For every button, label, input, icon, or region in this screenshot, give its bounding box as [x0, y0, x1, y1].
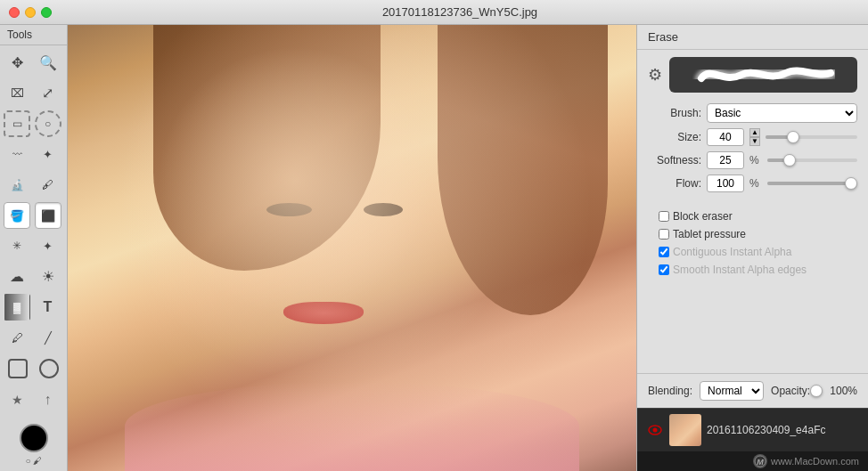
right-panel: Erase ⚙ Brush: [636, 25, 868, 471]
tool-wand[interactable]: ✦ [35, 141, 61, 167]
tablet-pressure-row: Tablet pressure [648, 228, 857, 240]
softness-unit: % [749, 154, 762, 166]
tools-bottom: ○ 🖌 [0, 418, 67, 471]
smooth-item: Smooth Instant Alpha edges [659, 264, 807, 276]
erase-panel-title: Erase [637, 25, 868, 50]
tool-select-rect[interactable]: ▭ [4, 110, 30, 137]
tool-gradient[interactable]: ▓ [4, 294, 30, 321]
watermark-bar: M www.MacDown.com [637, 451, 868, 471]
erase-controls: Brush: Basic Soft Hard Airbrush Size: ▲ … [637, 100, 868, 280]
tool-eyedropper[interactable]: 🔬 [4, 172, 30, 199]
tablet-pressure-checkbox[interactable] [659, 229, 669, 240]
svg-point-1 [653, 428, 658, 433]
layer-name: 20161106230409_e4aFc [707, 424, 859, 436]
tool-arrow[interactable]: ↑ [35, 386, 61, 413]
opacity-value: 100% [830, 385, 857, 397]
layer-row: 20161106230409_e4aFc [637, 408, 868, 451]
tool-pen[interactable]: 🖊 [4, 325, 30, 352]
layer-thumbnail [669, 414, 701, 446]
size-label: Size: [648, 131, 701, 143]
tablet-pressure-item: Tablet pressure [659, 228, 746, 240]
blending-row: Blending: Normal Multiply Screen Overlay… [637, 373, 868, 408]
opacity-label: Opacity: [771, 385, 810, 397]
color-swatch[interactable] [20, 424, 48, 452]
size-slider[interactable] [766, 135, 857, 139]
tool-select-round[interactable]: ○ [35, 110, 61, 137]
tool-transform[interactable]: ⤢ [35, 79, 61, 106]
tablet-pressure-label: Tablet pressure [673, 228, 746, 240]
blending-label: Blending: [648, 385, 692, 397]
block-eraser-checkbox[interactable] [659, 211, 669, 222]
opacity-slider-thumb[interactable] [810, 385, 823, 397]
tool-line[interactable]: ╱ [35, 325, 61, 352]
layer-visibility-icon[interactable] [646, 421, 664, 439]
tool-circle[interactable] [39, 359, 59, 378]
color-sub: ○ 🖌 [25, 456, 41, 466]
gear-icon[interactable]: ⚙ [648, 65, 662, 85]
tool-sharpen[interactable]: ☀ [35, 264, 61, 290]
tool-blur[interactable]: ☁ [4, 264, 30, 290]
tools-grid: ✥ 🔍 ⌧ ⤢ ▭ ○ 〰 ✦ 🔬 🖋 🪣 ⬛ ✳ ✦ ☁ ☀ ▓ T [0, 45, 67, 418]
block-eraser-item: Block eraser [659, 210, 733, 223]
tool-lasso[interactable]: 〰 [4, 141, 30, 167]
softness-slider[interactable] [767, 158, 857, 162]
size-increment[interactable]: ▲ [749, 128, 760, 137]
size-row: Size: ▲ ▼ [648, 128, 857, 146]
size-input[interactable] [707, 128, 744, 146]
smooth-row: Smooth Instant Alpha edges [648, 264, 857, 276]
contiguous-checkbox[interactable] [659, 247, 669, 257]
tool-zoom[interactable]: 🔍 [35, 49, 61, 76]
canvas-area[interactable] [68, 25, 636, 471]
size-decrement[interactable]: ▼ [749, 137, 760, 146]
app-body: Tools ✥ 🔍 ⌧ ⤢ ▭ ○ 〰 ✦ 🔬 🖋 🪣 ⬛ ✳ ✦ ☁ ☀ [0, 25, 868, 471]
tool-move[interactable]: ✥ [4, 49, 30, 76]
softness-slider-thumb[interactable] [783, 154, 796, 166]
tool-smudge[interactable]: ✦ [35, 232, 61, 259]
brush-stroke-preview [692, 59, 835, 91]
tools-header: Tools [0, 25, 67, 45]
svg-text:M: M [757, 458, 764, 467]
close-button[interactable] [9, 7, 20, 18]
smooth-label: Smooth Instant Alpha edges [673, 264, 807, 276]
size-stepper: ▲ ▼ [749, 128, 760, 146]
tool-heal[interactable]: ✳ [4, 232, 30, 259]
watermark-icon: M [753, 454, 767, 468]
opacity-slider[interactable] [817, 389, 823, 393]
blending-select[interactable]: Normal Multiply Screen Overlay [700, 381, 764, 401]
tool-erase[interactable]: ⬛ [35, 202, 61, 229]
window-title: 20170118123736_WnY5C.jpg [61, 5, 859, 19]
tool-crop[interactable]: ⌧ [4, 79, 30, 106]
traffic-lights [9, 7, 52, 18]
tool-stamp[interactable]: 🪣 [4, 202, 30, 229]
flow-label: Flow: [648, 177, 701, 190]
brush-label: Brush: [648, 107, 701, 119]
tool-rect[interactable] [8, 359, 28, 378]
minimize-button[interactable] [25, 7, 36, 18]
softness-input[interactable] [707, 151, 744, 169]
contiguous-row: Contiguous Instant Alpha [648, 246, 857, 258]
brush-type-row: Brush: Basic Soft Hard Airbrush [648, 103, 857, 123]
brush-preview-box [669, 57, 857, 93]
brush-select[interactable]: Basic Soft Hard Airbrush [707, 103, 857, 123]
maximize-button[interactable] [41, 7, 52, 18]
tools-sidebar: Tools ✥ 🔍 ⌧ ⤢ ▭ ○ 〰 ✦ 🔬 🖋 🪣 ⬛ ✳ ✦ ☁ ☀ [0, 25, 68, 471]
smooth-checkbox[interactable] [659, 264, 669, 275]
flow-input[interactable] [707, 175, 744, 192]
photo-overlay [68, 25, 636, 471]
tool-text[interactable]: T [35, 294, 61, 321]
color-icon: ○ [25, 456, 30, 466]
flow-slider-fill [767, 182, 857, 185]
size-slider-thumb[interactable] [787, 131, 799, 143]
tool-star[interactable]: ★ [4, 386, 30, 413]
softness-row: Softness: % [648, 151, 857, 169]
tool-fill[interactable]: 🖋 [35, 172, 61, 199]
softness-label: Softness: [648, 154, 701, 166]
panel-spacer [637, 280, 868, 373]
flow-slider[interactable] [767, 182, 857, 185]
brush-preview-area: ⚙ [637, 50, 868, 100]
watermark-text: www.MacDown.com [771, 456, 859, 467]
photo-canvas[interactable] [68, 25, 636, 471]
contiguous-item: Contiguous Instant Alpha [659, 246, 791, 258]
flow-row: Flow: % [648, 175, 857, 192]
flow-slider-thumb[interactable] [845, 177, 857, 190]
